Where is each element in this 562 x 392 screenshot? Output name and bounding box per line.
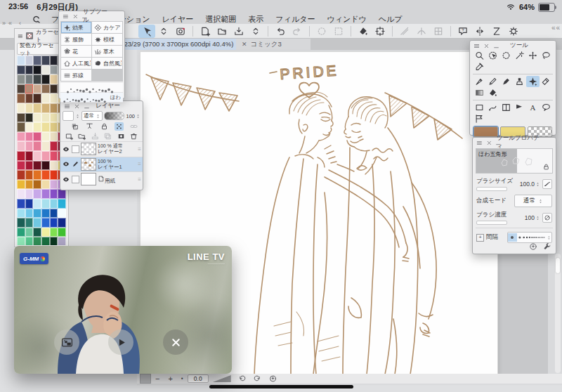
- color-swatch[interactable]: [50, 170, 58, 180]
- play-button[interactable]: [108, 329, 133, 355]
- color-swatch[interactable]: [25, 170, 34, 180]
- layer-newfolder-button[interactable]: [77, 132, 86, 141]
- color-swatch[interactable]: [50, 84, 58, 94]
- layer-drag-handle[interactable]: ≡: [138, 146, 141, 152]
- tool-objselect-button[interactable]: [486, 50, 499, 61]
- color-swatch[interactable]: [50, 228, 58, 237]
- color-swatch[interactable]: [33, 141, 41, 151]
- toolbar-undo-button[interactable]: [272, 25, 289, 38]
- layer-drag-handle[interactable]: ≡: [138, 176, 141, 183]
- tool-lassosel-button[interactable]: [499, 50, 513, 61]
- expand-spacing-icon[interactable]: +: [476, 234, 484, 242]
- tool-recttool-button[interactable]: [473, 102, 486, 113]
- tool-flagtool-button[interactable]: [513, 102, 526, 113]
- subtool-brush-item[interactable]: [60, 83, 123, 93]
- color-swatch[interactable]: [41, 237, 50, 245]
- fit-view-button[interactable]: ▪: [177, 374, 188, 383]
- panel-close-icon[interactable]: [486, 140, 492, 146]
- layer-trash-button[interactable]: [129, 132, 138, 141]
- color-swatch[interactable]: [50, 180, 58, 190]
- color-swatch[interactable]: [33, 218, 41, 228]
- color-swatch[interactable]: [33, 93, 41, 103]
- color-swatch[interactable]: [41, 74, 50, 84]
- subtool-category-6[interactable]: 人工風景: [61, 58, 91, 69]
- color-swatch[interactable]: [33, 199, 41, 209]
- color-swatch[interactable]: [25, 151, 34, 161]
- brush-size-value[interactable]: 100.0: [520, 181, 540, 188]
- color-swatch[interactable]: [17, 141, 25, 151]
- subtool-category-2[interactable]: 服飾: [61, 34, 91, 45]
- toolbar-newfile-button[interactable]: [197, 25, 214, 38]
- tool-eraser-button[interactable]: [540, 76, 553, 87]
- layer-lock-button[interactable]: [100, 122, 109, 131]
- color-swatch[interactable]: [17, 151, 25, 161]
- color-swatch[interactable]: [58, 237, 66, 245]
- tool-move-button[interactable]: [526, 50, 540, 61]
- zoom-in-button[interactable]: +: [164, 374, 176, 383]
- brush-density-value[interactable]: 100: [525, 214, 540, 222]
- layer-maskicon-button[interactable]: [117, 132, 126, 141]
- panel-menu-icon[interactable]: [476, 140, 483, 146]
- layer-blend-mode-dropdown[interactable]: 通常: [81, 111, 103, 121]
- color-swatch[interactable]: [17, 132, 25, 142]
- color-swatch[interactable]: [41, 103, 50, 113]
- tool-pen-button[interactable]: [473, 76, 486, 87]
- color-swatch[interactable]: [50, 141, 58, 151]
- toolbar-objtool-button[interactable]: [138, 25, 155, 38]
- color-swatch[interactable]: [33, 132, 41, 142]
- color-swatch[interactable]: [50, 218, 58, 228]
- tool-lasso-button[interactable]: [540, 50, 553, 61]
- color-swatch[interactable]: [41, 209, 50, 218]
- color-swatch[interactable]: [33, 113, 41, 123]
- toolbar-folder-button[interactable]: [214, 25, 230, 38]
- reset-view-icon[interactable]: [268, 374, 277, 383]
- panel-minimize-icon[interactable]: [493, 43, 499, 49]
- rotate-left-icon[interactable]: [237, 374, 247, 383]
- subtool-category-4[interactable]: 花: [61, 46, 91, 57]
- color-swatch[interactable]: [41, 122, 50, 132]
- color-swatch[interactable]: [17, 209, 25, 218]
- color-swatch[interactable]: [25, 237, 34, 245]
- tab-close-icon[interactable]: ✕: [242, 41, 247, 48]
- subtool-category-8[interactable]: 罫線: [61, 70, 91, 81]
- color-swatch[interactable]: [17, 84, 25, 94]
- layer-thumbnail[interactable]: [81, 173, 96, 185]
- toolbar-clipstudio-button[interactable]: [172, 25, 189, 38]
- color-swatch[interactable]: [17, 93, 25, 103]
- rotation-value[interactable]: 0.0: [188, 374, 209, 383]
- layer-checkbox[interactable]: [72, 145, 79, 153]
- zoom-out-button[interactable]: −: [151, 374, 164, 383]
- back-chevron-icon[interactable]: ‹: [19, 20, 21, 27]
- color-swatch[interactable]: [33, 55, 41, 65]
- color-swatch[interactable]: [50, 93, 58, 103]
- color-swatch[interactable]: [41, 141, 50, 151]
- color-swatch[interactable]: [25, 209, 34, 218]
- color-swatch[interactable]: [58, 199, 66, 209]
- tool-textA-button[interactable]: A: [526, 102, 540, 113]
- layer-checkbox[interactable]: [72, 176, 79, 183]
- color-swatch[interactable]: [33, 189, 41, 199]
- tool-gradient-button[interactable]: [473, 87, 486, 98]
- color-swatch[interactable]: [41, 228, 50, 237]
- pip-mode-button[interactable]: [54, 329, 79, 355]
- menu-item-6[interactable]: ウィンドウ: [327, 14, 366, 25]
- color-swatch[interactable]: [33, 103, 41, 113]
- toolbar-symmetry-button[interactable]: [488, 25, 505, 38]
- color-swatch[interactable]: [50, 161, 58, 171]
- tool-flowline-button[interactable]: [473, 113, 486, 124]
- layer-visibility-eye-icon[interactable]: [62, 145, 70, 153]
- menu-item-3[interactable]: 選択範囲: [205, 14, 236, 25]
- layer-row-2[interactable]: 用紙≡: [60, 171, 143, 187]
- tool-curve-button[interactable]: [486, 102, 499, 113]
- lock-icon[interactable]: [542, 163, 550, 171]
- color-swatch[interactable]: [33, 161, 41, 171]
- panel-menu-icon[interactable]: [473, 43, 480, 49]
- color-swatch[interactable]: [33, 170, 41, 180]
- blend-mode-dropdown[interactable]: 通常: [514, 195, 552, 207]
- spacing-dropdown[interactable]: [507, 232, 552, 243]
- panel-close-icon[interactable]: [72, 13, 79, 20]
- menu-item-2[interactable]: レイヤー: [162, 14, 194, 25]
- toolbar-save-button[interactable]: [230, 25, 247, 38]
- toolbar-collapse-icon[interactable]: « «: [551, 24, 559, 32]
- collapse-left-icon[interactable]: «: [8, 20, 12, 27]
